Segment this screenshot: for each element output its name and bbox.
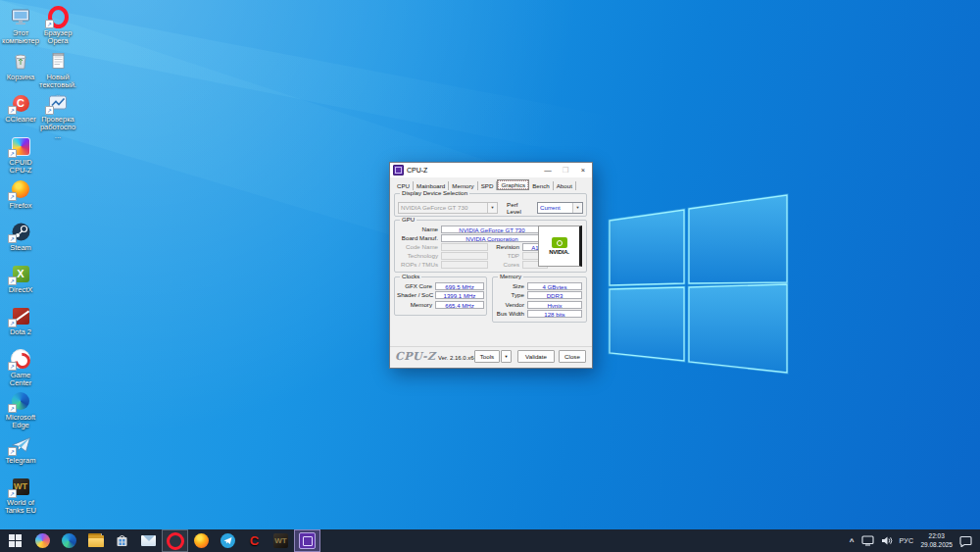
desktop-icon-dota2[interactable]: ↗ Dota 2 [2,304,39,336]
board-manuf-label: Board Manuf. [397,234,438,242]
desktop-icon-firefox[interactable]: ↗ Firefox [2,177,39,210]
desktop-icon-microsoft-edge[interactable]: ↗ Microsoft Edge [2,389,39,430]
desktop-icon-game-center[interactable]: ↗ Game Center [2,347,39,388]
taskbar-opera[interactable] [162,529,188,552]
window-footer: CPU-Z Ver. 2.16.0.x64 Tools ▼ Validate C… [390,346,592,368]
window-title: CPU-Z [407,167,427,174]
tab-spd[interactable]: SPD [478,181,498,190]
maximize-button: ❐ [557,163,574,177]
windows-flag-icon [9,534,22,547]
shortcut-arrow-icon: ↗ [8,234,17,243]
telegram-icon: ↗ [9,432,32,456]
start-button[interactable] [0,529,29,552]
taskbar-mail[interactable] [135,529,162,552]
shortcut-arrow-icon: ↗ [8,404,17,413]
taskbar-telegram[interactable] [215,529,241,552]
mem-vendor-row: Vendor Hynix [495,301,586,309]
desktop-icon-world-of-tanks[interactable]: WT ↗ World of Tanks EU [2,475,39,516]
title-bar[interactable]: CPU-Z — ❐ × [390,163,592,177]
taskbar-file-explorer[interactable] [82,529,109,552]
action-center-icon[interactable] [959,535,972,547]
steam-icon: ↗ [9,220,32,243]
this-pc-icon [9,5,32,28]
close-window-button[interactable]: × [574,163,592,177]
board-manuf-value: NVIDIA Corporation [441,234,543,242]
desktop-icon-directx[interactable]: X ↗ DirectX [2,262,39,294]
nvidia-logo: NVIDIA. [538,226,582,267]
mem-size-value: 4 GBytes [527,282,582,290]
taskbar-copilot[interactable] [29,529,56,552]
code-name-value [441,243,488,251]
desktop-icon-label: Браузер Opera [39,29,76,46]
desktop-icon-telegram[interactable]: ↗ Telegram [2,432,39,465]
perf-level-dropdown[interactable]: Current ▼ [537,202,583,214]
desktop-icon-cpuid-cpuz[interactable]: ↗ CPUID CPU-Z [2,134,39,176]
revision-label: Revision [490,243,519,251]
telegram-icon [220,533,235,548]
text-document-icon [46,49,70,73]
group-label: Display Device Selection [400,190,469,196]
desktop-icon-label: Корзина [2,74,39,81]
nvidia-eye-icon [552,237,567,248]
desktop-icon-label: Firefox [2,202,39,210]
cpuz-window: CPU-Z — ❐ × CPU Mainboard Memory SPD Gra… [389,162,593,369]
name-label: Name [397,226,438,233]
tools-dropdown-arrow[interactable]: ▼ [501,350,512,363]
mem-type-value: DDR3 [527,291,582,299]
rops-tmus-label: ROPs / TMUs [397,261,438,269]
taskbar-world-of-tanks[interactable]: WT [268,529,294,552]
desktop-icon-ccleaner[interactable]: C ↗ CCleaner [2,91,39,124]
cpu-z-icon [299,532,316,549]
gpu-group: GPU Name NVIDIA GeForce GT 730 Board Man… [394,220,587,273]
group-label: Memory [498,274,523,279]
system-tray: ^ РУС 22:03 29.08.2025 [850,529,980,552]
dota2-icon: ↗ [9,304,32,327]
tab-about[interactable]: About [554,181,576,190]
clock[interactable]: 22:03 29.08.2025 [920,532,953,548]
desktop-icon-recycle-bin[interactable]: Корзина [2,49,39,81]
shortcut-arrow-icon: ↗ [45,20,54,28]
display-device-selection-group: Display Device Selection NVIDIA GeForce … [394,193,587,217]
display-device-dropdown: NVIDIA GeForce GT 730 ▼ [398,202,498,214]
world-of-tanks-icon: WT [273,533,288,548]
desktop-icon-label: Этот компьютер [2,29,39,46]
shortcut-arrow-icon: ↗ [8,447,17,456]
taskbar-edge[interactable] [56,529,82,552]
version-text: Ver. 2.16.0.x64 [438,355,477,361]
cores-label: Cores [490,261,519,269]
mem-buswidth-row: Bus Width 128 bits [495,310,586,318]
perf-level-label: Perf Level [507,201,533,215]
tdp-label: TDP [490,252,519,260]
ccleaner-icon: C ↗ [9,91,32,115]
validate-button[interactable]: Validate [517,350,555,363]
desktop-icon-this-pc[interactable]: Этот компьютер [2,5,39,46]
game-center-icon: ↗ [9,347,32,371]
desktop-icon-opera[interactable]: ↗ Браузер Opera [39,5,76,46]
tools-button[interactable]: Tools [474,350,500,363]
tab-bench[interactable]: Bench [529,181,554,190]
minimize-button[interactable]: — [539,163,557,177]
memory-clock-row: Memory 665.4 MHz [397,301,486,309]
desktop-icon-steam[interactable]: ↗ Steam [2,220,39,252]
language-indicator[interactable]: РУС [900,537,914,544]
cpuz-footer-logo: CPU-Z [395,350,436,363]
chevron-down-icon: ▼ [572,203,582,213]
close-button[interactable]: Close [559,350,586,363]
tab-graphics[interactable]: Graphics [497,179,529,190]
taskbar-cpuz[interactable] [294,529,320,552]
file-explorer-icon [88,535,104,547]
opera-icon: ↗ [46,5,70,28]
volume-icon[interactable] [881,535,893,546]
display-tray-icon[interactable] [861,535,874,546]
mem-vendor-value: Hynix [527,301,582,309]
desktop-icon-label: CPUID CPU-Z [2,159,39,176]
shader-soc-row: Shader / SoC 1399.1 MHz [397,291,486,299]
clocks-group: Clocks GFX Core 699.5 MHz Shader / SoC 1… [394,276,487,316]
desktop-icon-health-check[interactable]: ↗ Проверка работоспо... [39,91,76,140]
edge-icon [62,533,76,548]
taskbar-ccleaner[interactable]: C [241,529,268,552]
taskbar-firefox[interactable] [188,529,215,552]
taskbar-microsoft-store[interactable] [109,529,135,552]
hidden-icons-chevron[interactable]: ^ [850,538,855,546]
desktop-icon-label: Проверка работоспо... [39,116,76,140]
